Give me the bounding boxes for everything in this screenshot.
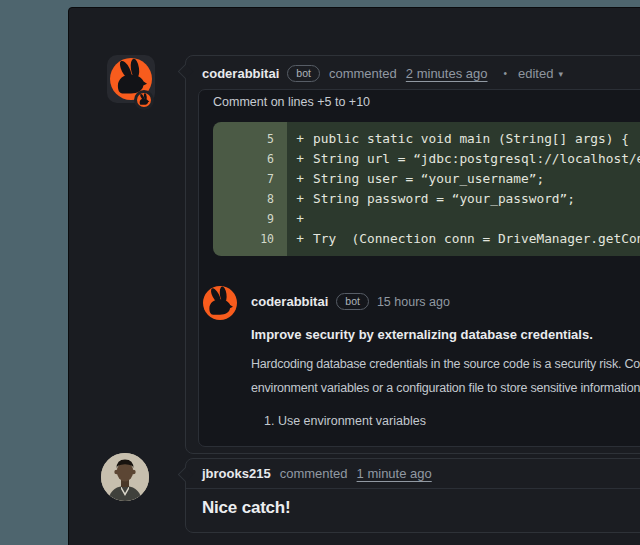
bot-badge: bot	[287, 65, 320, 82]
reply-paragraph: Hardcoding database credentials in the s…	[251, 352, 640, 400]
line-number: 5	[213, 129, 287, 149]
reply-title: Improve security by externalizing databa…	[251, 327, 640, 342]
timestamp-link[interactable]: 1 minute ago	[357, 466, 432, 481]
coderabbitai-avatar[interactable]	[107, 55, 155, 103]
author-link[interactable]: coderabbitai	[251, 294, 328, 309]
comment-header: jbrooks215 commented 1 minute ago	[186, 459, 640, 489]
diff-code-block: 5 6 7 8 9 10 +public static void main (S…	[213, 122, 640, 256]
diff-plus-marker: +	[287, 229, 313, 249]
coderabbitai-reply-avatar[interactable]	[203, 286, 237, 320]
commented-label: commented	[329, 66, 397, 81]
edited-dropdown[interactable]: • edited ▾	[504, 66, 563, 81]
review-comment-header: coderabbitai bot commented 2 minutes ago…	[186, 56, 640, 89]
chevron-down-icon: ▾	[558, 69, 563, 79]
line-number: 10	[213, 229, 287, 249]
dot-separator: •	[504, 68, 508, 79]
line-number: 6	[213, 149, 287, 169]
app-window: coderabbitai bot commented 2 minutes ago…	[68, 7, 640, 545]
diff-plus-marker: +	[287, 189, 313, 209]
diff-plus-marker: +	[287, 129, 313, 149]
nested-reply-header: coderabbitai bot 15 hours ago	[251, 286, 640, 310]
line-number: 9	[213, 209, 287, 229]
jbrooks215-avatar[interactable]	[101, 453, 149, 501]
timestamp-link[interactable]: 2 minutes ago	[406, 66, 488, 81]
commented-label: commented	[280, 466, 348, 481]
diff-code-lines: +public static void main (String[] args)…	[287, 122, 640, 256]
code-line: +String url = “jdbc:postgresql://localho…	[287, 149, 640, 169]
comment-card: jbrooks215 commented 1 minute ago Nice c…	[185, 458, 640, 533]
code-text: String url = “jdbc:postgresql://localhos…	[313, 149, 640, 169]
timestamp: 15 hours ago	[377, 295, 450, 309]
line-number: 7	[213, 169, 287, 189]
author-link[interactable]: coderabbitai	[202, 66, 279, 81]
diff-gutter: 5 6 7 8 9 10	[213, 122, 287, 256]
review-context-box: Comment on lines +5 to +10 5 6 7 8 9 10 …	[198, 89, 640, 447]
diff-plus-marker: +	[287, 149, 313, 169]
comment-lines-link[interactable]: Comment on lines +5 to +10	[199, 90, 640, 115]
review-comment-card: coderabbitai bot commented 2 minutes ago…	[185, 55, 640, 454]
diff-plus-marker: +	[287, 169, 313, 189]
comment-body: Nice catch!	[186, 489, 640, 532]
user-photo	[101, 453, 149, 501]
coderabbit-badge-icon	[134, 90, 154, 110]
code-text: String password = “your_password”;	[313, 189, 575, 209]
comment-text: Nice catch!	[202, 498, 291, 517]
nested-reply-content: coderabbitai bot 15 hours ago Improve se…	[251, 286, 640, 428]
reply-paragraph-line: environment variables or a configuration…	[251, 376, 640, 400]
comment-row: jbrooks215 commented 1 minute ago Nice c…	[69, 458, 640, 533]
code-text: Try (Connection conn = DriveManager.getC…	[313, 229, 640, 249]
rabbit-icon	[203, 286, 237, 320]
code-line: +public static void main (String[] args)…	[287, 129, 640, 149]
reply-list-item: 1. Use environment variables	[251, 414, 640, 428]
code-text: String user = “your_username”;	[313, 169, 544, 189]
nested-reply: coderabbitai bot 15 hours ago Improve se…	[199, 286, 640, 446]
code-line: +Try (Connection conn = DriveManager.get…	[287, 229, 640, 249]
diff-plus-marker: +	[287, 209, 313, 229]
rabbit-icon	[137, 93, 151, 107]
code-line: +String password = “your_password”;	[287, 189, 640, 209]
author-link[interactable]: jbrooks215	[202, 466, 271, 481]
reply-paragraph-line: Hardcoding database credentials in the s…	[251, 352, 640, 376]
review-thread-row: coderabbitai bot commented 2 minutes ago…	[69, 55, 640, 454]
bot-badge: bot	[336, 293, 369, 310]
line-number: 8	[213, 189, 287, 209]
code-text: public static void main (String[] args) …	[313, 129, 629, 149]
edited-label: edited	[518, 66, 553, 81]
code-line: +String user = “your_username”;	[287, 169, 640, 189]
code-line: +	[287, 209, 640, 229]
